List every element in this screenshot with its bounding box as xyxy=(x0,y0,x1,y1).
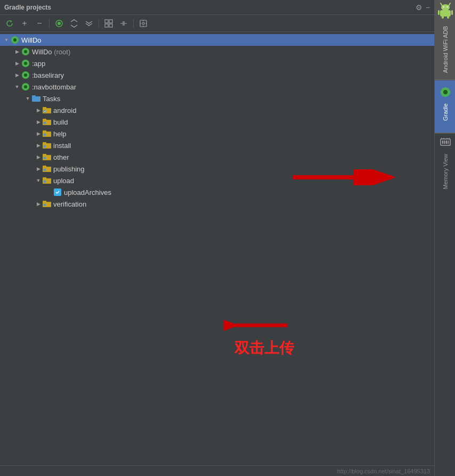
svg-point-34 xyxy=(44,180,46,183)
svg-rect-21 xyxy=(43,130,46,133)
tree-item-help[interactable]: help xyxy=(0,128,434,139)
app-label: :app xyxy=(32,60,45,68)
tree-area: WillDo WillDo (root) :app :baselirary xyxy=(0,32,434,465)
svg-rect-52 xyxy=(447,16,449,19)
subfolder-icon-install xyxy=(43,141,51,150)
svg-rect-5 xyxy=(109,24,112,27)
svg-rect-33 xyxy=(43,177,46,179)
arrow-build xyxy=(34,118,43,126)
uploadarchives-label: uploadArchives xyxy=(64,188,111,196)
tree-item-install[interactable]: install xyxy=(0,139,434,151)
collapse-all-button[interactable] xyxy=(83,17,95,30)
tree-item-publishing[interactable]: publishing xyxy=(0,163,434,175)
subfolder-icon-verification xyxy=(43,200,51,208)
tree-item-baselirary[interactable]: :baselirary xyxy=(0,69,434,81)
toolbar-separator-1 xyxy=(49,19,50,28)
subfolder-icon-help xyxy=(43,129,51,138)
remove-button[interactable]: − xyxy=(33,17,46,30)
arrow-willdo xyxy=(13,47,21,56)
svg-rect-13 xyxy=(32,95,36,97)
right-tabs-panel: Android WiFi ADB Gradle Memory xyxy=(434,0,455,476)
tab-gradle[interactable]: Gradle xyxy=(435,80,455,133)
minimize-title-icon[interactable]: − xyxy=(426,3,430,12)
tree-item-app[interactable]: :app xyxy=(0,58,434,69)
subfolder-icon-build xyxy=(43,118,51,126)
svg-rect-18 xyxy=(43,119,46,121)
gradle-tab-icon xyxy=(441,87,450,97)
svg-rect-15 xyxy=(43,107,46,109)
svg-point-47 xyxy=(446,6,448,7)
publishing-label: publishing xyxy=(53,165,85,173)
arrow-android xyxy=(34,106,43,114)
project-icon-app xyxy=(21,59,30,68)
title-bar: Gradle projects ⚙ − xyxy=(0,0,434,15)
svg-rect-51 xyxy=(442,16,444,19)
tree-item-tasks[interactable]: Tasks xyxy=(0,93,434,104)
svg-rect-57 xyxy=(448,141,449,144)
android-robot-icon xyxy=(438,2,453,19)
project-icon-willdo xyxy=(11,36,19,44)
willdo-root-child-label: WillDo (root) xyxy=(32,48,70,56)
svg-point-38 xyxy=(44,204,46,207)
svg-line-44 xyxy=(449,3,450,6)
tree-item-verification[interactable]: verification xyxy=(0,198,434,210)
svg-point-46 xyxy=(443,6,444,7)
svg-rect-24 xyxy=(43,142,46,144)
tree-item-willdo-root[interactable]: WillDo (root) xyxy=(0,46,434,58)
arrow-publishing xyxy=(34,165,43,173)
svg-point-31 xyxy=(44,169,46,171)
tasks-folder-icon xyxy=(32,94,40,103)
tree-item-build[interactable]: build xyxy=(0,116,434,128)
tab-memory-view[interactable]: Memory View xyxy=(435,133,455,197)
svg-rect-50 xyxy=(451,10,453,15)
android-wifi-adb-label: Android WiFi ADB xyxy=(440,22,451,77)
toolbar-separator-3 xyxy=(133,19,134,28)
svg-rect-56 xyxy=(446,141,447,144)
svg-point-1 xyxy=(58,22,61,25)
tree-item-android[interactable]: android xyxy=(0,104,434,116)
main-panel: Gradle projects ⚙ − + − xyxy=(0,0,434,476)
baselirary-label: :baselirary xyxy=(32,71,64,79)
arrow-install xyxy=(34,141,43,150)
subfolder-icon-android xyxy=(43,106,51,114)
memory-view-icon xyxy=(440,137,451,147)
tree-item-navbottombar[interactable]: :navbottombar xyxy=(0,81,434,93)
add-button[interactable]: + xyxy=(18,17,31,30)
tree-item-upload[interactable]: upload xyxy=(0,175,434,186)
tasks-label: Tasks xyxy=(43,95,60,103)
title-bar-icons: ⚙ − xyxy=(416,3,430,12)
svg-rect-27 xyxy=(43,154,46,156)
toolbar: + − xyxy=(0,15,434,32)
svg-point-22 xyxy=(44,134,46,136)
layout-button[interactable] xyxy=(102,17,115,30)
settings-title-icon[interactable]: ⚙ xyxy=(416,3,423,12)
link-button[interactable] xyxy=(117,17,130,30)
tree-root-willdo[interactable]: WillDo xyxy=(0,34,434,46)
arrow-verification xyxy=(34,200,43,208)
run-button[interactable] xyxy=(53,17,66,30)
install-label: install xyxy=(53,142,71,150)
android-label: android xyxy=(53,106,76,114)
arrow-willdo-root xyxy=(2,36,11,44)
arrow-help xyxy=(34,129,43,138)
project-icon-navbottombar xyxy=(21,83,30,91)
tab-android-wifi-adb[interactable]: Android WiFi ADB xyxy=(435,0,455,80)
watermark-text: http://blog.csdn.net/sinat_16495313 xyxy=(337,468,430,474)
svg-point-45 xyxy=(441,4,450,11)
refresh-button[interactable] xyxy=(3,17,16,30)
project-icon-baselirary xyxy=(21,71,30,79)
willdo-root-label: WillDo xyxy=(21,36,42,44)
settings-button[interactable] xyxy=(137,17,150,30)
tree-item-uploadarchives[interactable]: uploadArchives xyxy=(0,186,434,198)
panel-title: Gradle projects xyxy=(4,4,51,11)
arrow-other xyxy=(34,153,43,161)
svg-line-43 xyxy=(441,3,442,6)
gradle-label: Gradle xyxy=(440,99,451,125)
status-bar: http://blog.csdn.net/sinat_16495313 xyxy=(0,465,434,476)
tree-item-other[interactable]: other xyxy=(0,151,434,163)
verification-label: verification xyxy=(53,200,86,208)
svg-rect-4 xyxy=(105,24,108,27)
subfolder-icon-upload xyxy=(43,176,51,185)
help-label: help xyxy=(53,130,67,138)
expand-all-button[interactable] xyxy=(68,17,80,30)
